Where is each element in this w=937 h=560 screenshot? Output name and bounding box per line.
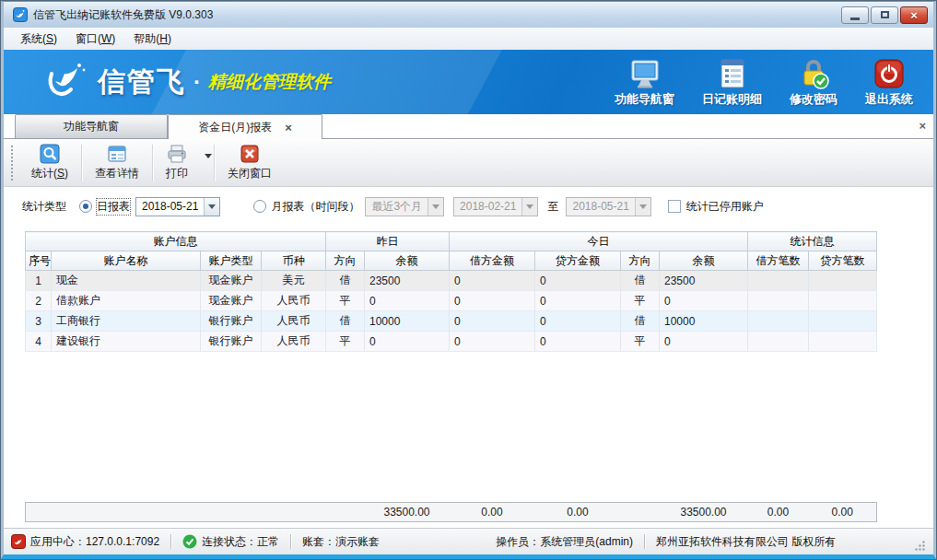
range-preset-value: 最近3个月	[366, 199, 428, 215]
account-table-body: 1现金现金账户美元借2350000借235002借款账户现金账户人民币平000平…	[26, 271, 877, 352]
group-header-cell: 昨日	[326, 232, 450, 251]
table-cell: 人民币	[262, 332, 326, 352]
totals-cell: 33500.00	[365, 503, 450, 522]
table-cell: 平	[326, 332, 365, 352]
nav-window-button[interactable]: 功能导航窗	[615, 57, 674, 108]
range-end-dropdown-button[interactable]	[635, 198, 650, 216]
table-cell: 0	[535, 291, 621, 311]
range-preset-dropdown-button[interactable]	[428, 198, 443, 216]
range-end-select[interactable]: 2018-05-21	[566, 197, 650, 216]
table-cell: 3	[26, 311, 52, 332]
window-frame: 信管飞出纳记账软件免费版 V9.0.303 × 系统(S) 窗口(W) 帮助(H…	[1, 1, 936, 559]
change-password-button[interactable]: 修改密码	[790, 57, 837, 108]
menu-system[interactable]: 系统(S)	[11, 29, 66, 50]
app-window: 信管飞出纳记账软件免费版 V9.0.303 × 系统(S) 窗口(W) 帮助(H…	[0, 0, 937, 560]
table-row[interactable]: 3工商银行银行账户人民币借1000000借10000	[26, 311, 877, 332]
table-cell: 人民币	[262, 291, 326, 311]
minimize-button[interactable]	[841, 6, 869, 24]
monthly-report-label[interactable]: 月报表（时间段）	[271, 199, 359, 215]
close-button[interactable]: ×	[900, 6, 928, 24]
range-end-value: 2018-05-21	[567, 200, 634, 213]
view-detail-label: 查看详情	[95, 166, 139, 181]
chevron-down-icon	[432, 204, 439, 209]
status-bar: 应用中心：127.0.0.1:7092 连接状态：正常 账套：演示账套 操作员：…	[4, 528, 933, 554]
table-row[interactable]: 2借款账户现金账户人民币平000平0	[26, 291, 877, 311]
connection-ok-icon	[182, 534, 197, 549]
daily-report-label[interactable]: 日报表	[97, 199, 130, 215]
printer-icon	[167, 144, 187, 164]
journal-detail-label: 日记账明细	[702, 91, 762, 108]
resize-grip[interactable]	[914, 540, 926, 552]
table-cell: 借款账户	[52, 291, 201, 311]
tab-strip: 功能导航窗 资金日(月)报表 × ×	[4, 114, 933, 139]
status-separator	[170, 534, 171, 549]
view-detail-button[interactable]: 查看详情	[84, 141, 150, 184]
toolbar-grip[interactable]	[11, 146, 15, 181]
table-cell: 平	[326, 291, 365, 311]
maximize-icon	[881, 11, 889, 18]
tab-fund-report[interactable]: 资金日(月)报表 ×	[168, 114, 322, 139]
column-header-cell: 余额	[365, 251, 450, 271]
column-header-cell: 借方笔数	[748, 251, 809, 271]
statistics-button[interactable]: 统计(S)	[20, 141, 79, 184]
daily-date-select[interactable]: 2018-05-21	[135, 197, 220, 216]
close-window-button[interactable]: 关闭窗口	[217, 141, 283, 184]
close-icon: ×	[910, 9, 918, 21]
tab-nav-window[interactable]: 功能导航窗	[15, 114, 168, 138]
chevron-down-icon	[526, 204, 533, 209]
table-cell: 1	[26, 271, 52, 291]
table-cell: 23500	[660, 271, 748, 291]
toolbar-separator	[214, 145, 215, 181]
column-header-cell: 方向	[326, 251, 365, 271]
include-disabled-checkbox[interactable]	[668, 200, 681, 213]
operator-text: 操作员：系统管理员(admin)	[496, 534, 633, 550]
totals-table: 33500.000.000.0033500.000.000.00	[25, 502, 877, 522]
account-set-status: 账套：演示账套	[302, 534, 380, 550]
table-cell: 0	[450, 271, 535, 291]
totals-cell	[26, 503, 52, 522]
nav-window-label: 功能导航窗	[615, 91, 674, 108]
operator-status: 操作员：系统管理员(admin)	[496, 534, 633, 550]
menu-help[interactable]: 帮助(H)	[124, 29, 181, 50]
range-preset-select[interactable]: 最近3个月	[365, 197, 444, 216]
daily-report-radio[interactable]	[79, 200, 92, 213]
range-start-select[interactable]: 2018-02-21	[453, 197, 538, 216]
table-cell: 平	[621, 291, 660, 311]
chevron-down-icon	[208, 204, 216, 209]
copyright-status: 郑州亚拓软件科技有限公司 版权所有	[656, 534, 907, 550]
print-button[interactable]: 打印	[155, 141, 199, 184]
table-cell: 0	[535, 332, 621, 352]
totals-cell: 33500.00	[660, 503, 748, 522]
daily-date-dropdown-button[interactable]	[204, 198, 219, 216]
exit-system-label: 退出系统	[865, 91, 913, 108]
table-cell: 0	[535, 311, 621, 332]
journal-detail-button[interactable]: 日记账明细	[702, 57, 762, 108]
table-row[interactable]: 1现金现金账户美元借2350000借23500	[26, 271, 877, 291]
menu-window[interactable]: 窗口(W)	[66, 29, 124, 50]
tabstrip-close-icon[interactable]: ×	[919, 119, 926, 133]
table-cell: 工商银行	[52, 311, 201, 332]
table-cell: 0	[535, 271, 621, 291]
table-row[interactable]: 4建设银行银行账户人民币平000平0	[26, 332, 877, 352]
statistics-label: 统计(S)	[31, 166, 68, 181]
window-controls: ×	[841, 6, 928, 24]
totals-cell	[621, 503, 660, 522]
brand-dot: ·	[193, 69, 201, 95]
include-disabled-label[interactable]: 统计已停用账户	[686, 199, 764, 215]
table-cell: 4	[26, 332, 52, 352]
tab-close-icon[interactable]: ×	[285, 122, 292, 134]
table-cell: 人民币	[262, 311, 326, 332]
copyright-text: 郑州亚拓软件科技有限公司 版权所有	[656, 534, 836, 550]
print-dropdown-arrow-icon[interactable]	[205, 154, 212, 158]
maximize-button[interactable]	[871, 6, 898, 24]
table-cell: 银行账户	[201, 332, 262, 352]
detail-window-icon	[107, 144, 127, 164]
range-start-dropdown-button[interactable]	[521, 198, 537, 216]
connection-text: 连接状态：正常	[202, 534, 279, 550]
menu-bar: 系统(S) 窗口(W) 帮助(H)	[4, 28, 933, 50]
column-header-cell: 余额	[660, 251, 748, 271]
monthly-report-radio[interactable]	[253, 200, 266, 213]
totals-cell: 0.00	[450, 503, 535, 522]
column-header-cell: 方向	[621, 251, 660, 271]
exit-system-button[interactable]: 退出系统	[865, 57, 913, 108]
